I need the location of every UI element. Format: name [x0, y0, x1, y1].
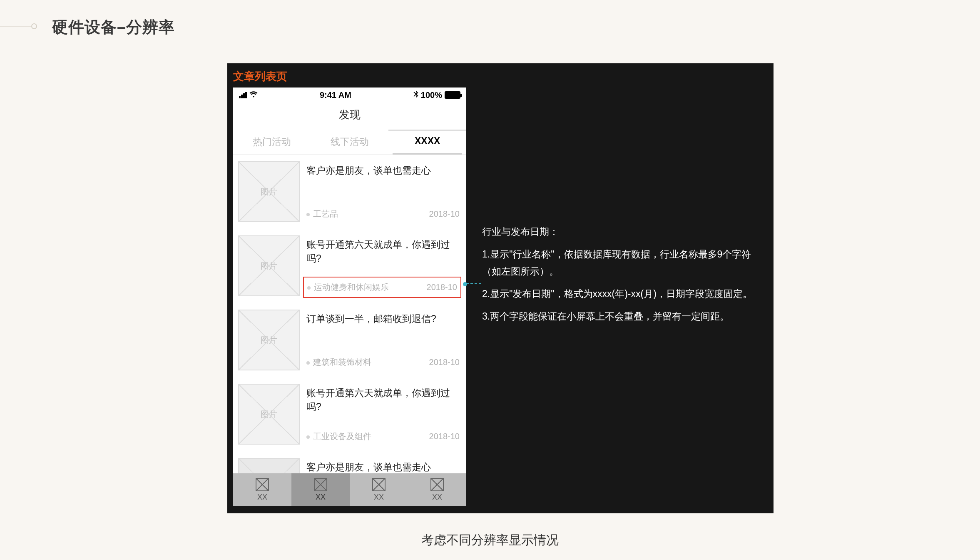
placeholder-icon [256, 478, 269, 491]
article-title: 账号开通第六天就成单，你遇到过吗? [306, 238, 460, 266]
bottom-tab-label: XX [257, 493, 267, 502]
publish-date: 2018-10 [429, 209, 460, 219]
phone-mockup: 9:41 AM 100% 发现 热门活动 线下活动 XXXX 图片 [233, 88, 466, 506]
article-list[interactable]: 图片 客户亦是朋友，谈单也需走心 工艺品 2018-10 图片 账号开通第六天就… [233, 155, 466, 473]
industry-label: 工业设备及组件 [306, 431, 371, 442]
bottom-tab[interactable]: XX [291, 473, 350, 506]
bottom-tab[interactable]: XX [350, 473, 408, 506]
meta-bottom: 工艺品 2018-10 [306, 208, 460, 220]
publish-date: 2018-10 [429, 432, 460, 441]
list-item-meta: 账号开通第六天就成单，你遇到过吗? 运动健身和休闲娱乐 2018-10 [306, 235, 461, 296]
tab-offline[interactable]: 线下活动 [311, 130, 389, 154]
annotation-text: 行业与发布日期： 1.显示"行业名称"，依据数据库现有数据，行业名称最多9个字符… [482, 223, 761, 330]
header-dot-icon [31, 23, 37, 29]
bottom-tabbar: XX XX XX XX [233, 473, 466, 506]
slide-caption: 考虑不同分辨率显示情况 [0, 532, 980, 549]
placeholder-icon [372, 478, 386, 491]
bottom-tab[interactable]: XX [408, 473, 466, 506]
status-left [239, 90, 258, 100]
article-title: 客户亦是朋友，谈单也需走心 [306, 164, 460, 178]
signal-icon [239, 92, 247, 98]
list-item-meta: 账号开通第六天就成单，你遇到过吗? 工业设备及组件 2018-10 [306, 384, 461, 445]
industry-label: 工艺品 [306, 208, 338, 220]
slide: 硬件设备–分辨率 文章列表页 9:41 AM 100% [0, 0, 980, 560]
status-bar: 9:41 AM 100% [233, 88, 466, 102]
tab-hot[interactable]: 热门活动 [233, 130, 311, 154]
list-item-meta: 客户亦是朋友，谈单也需走心 工艺品 2018-10 [306, 161, 461, 222]
list-item[interactable]: 图片 账号开通第六天就成单，你遇到过吗? 工业设备及组件 2018-10 [238, 377, 461, 451]
thumbnail-placeholder: 图片 [238, 384, 300, 445]
article-title: 账号开通第六天就成单，你遇到过吗? [306, 386, 460, 414]
page-title: 硬件设备–分辨率 [52, 17, 175, 38]
spec-canvas: 文章列表页 9:41 AM 100% 发现 [227, 63, 774, 513]
list-item[interactable]: 图片 账号开通第六天就成单，你遇到过吗? 运动健身和休闲娱乐 2018-10 [238, 229, 461, 303]
nav-title: 发现 [233, 102, 466, 130]
status-right: 100% [413, 90, 460, 100]
publish-date: 2018-10 [427, 282, 457, 292]
bottom-tab-label: XX [432, 493, 442, 502]
thumbnail-placeholder: 图片 [238, 235, 300, 296]
status-time: 9:41 AM [320, 90, 351, 100]
list-item[interactable]: 图片 订单谈到一半，邮箱收到退信? 建筑和装饰材料 2018-10 [238, 303, 461, 377]
meta-bottom: 工业设备及组件 2018-10 [306, 431, 460, 442]
thumbnail-placeholder [238, 458, 300, 473]
annotation-connector [466, 283, 481, 284]
meta-bottom: 建筑和装饰材料 2018-10 [306, 357, 460, 368]
list-item-meta: 客户亦是朋友，谈单也需走心 [306, 458, 461, 473]
article-title: 订单谈到一半，邮箱收到退信? [306, 312, 460, 326]
placeholder-icon [314, 478, 327, 491]
battery-pct: 100% [421, 90, 442, 100]
annotation-line: 1.显示"行业名称"，依据数据库现有数据，行业名称最多9个字符（如左图所示）。 [482, 246, 761, 280]
annotation-heading: 行业与发布日期： [482, 223, 761, 240]
bottom-tab-label: XX [316, 493, 326, 502]
bottom-tab-label: XX [374, 493, 384, 502]
mock-title: 文章列表页 [233, 69, 287, 84]
list-item[interactable]: 客户亦是朋友，谈单也需走心 [238, 451, 461, 473]
thumbnail-placeholder: 图片 [238, 161, 300, 222]
annotation-line: 3.两个字段能保证在小屏幕上不会重叠，并留有一定间距。 [482, 308, 761, 325]
industry-label: 建筑和装饰材料 [306, 357, 371, 368]
annotation-line: 2.显示"发布日期"，格式为xxxx(年)-xx(月)，日期字段宽度固定。 [482, 285, 761, 302]
list-item[interactable]: 图片 客户亦是朋友，谈单也需走心 工艺品 2018-10 [238, 155, 461, 229]
publish-date: 2018-10 [429, 358, 460, 367]
thumbnail-placeholder: 图片 [238, 310, 300, 370]
placeholder-icon [430, 478, 444, 491]
wifi-icon [249, 90, 258, 100]
header-rule [0, 26, 31, 27]
bottom-tab[interactable]: XX [233, 473, 291, 506]
industry-label: 运动健身和休闲娱乐 [307, 282, 389, 293]
list-item-meta: 订单谈到一半，邮箱收到退信? 建筑和装饰材料 2018-10 [306, 310, 461, 370]
meta-bottom-highlight: 运动健身和休闲娱乐 2018-10 [303, 277, 461, 298]
article-title: 客户亦是朋友，谈单也需走心 [306, 460, 460, 473]
tab-xxxx[interactable]: XXXX [388, 130, 466, 154]
bluetooth-icon [413, 90, 418, 100]
top-tabs: 热门活动 线下活动 XXXX [233, 130, 466, 155]
battery-icon [445, 91, 460, 99]
